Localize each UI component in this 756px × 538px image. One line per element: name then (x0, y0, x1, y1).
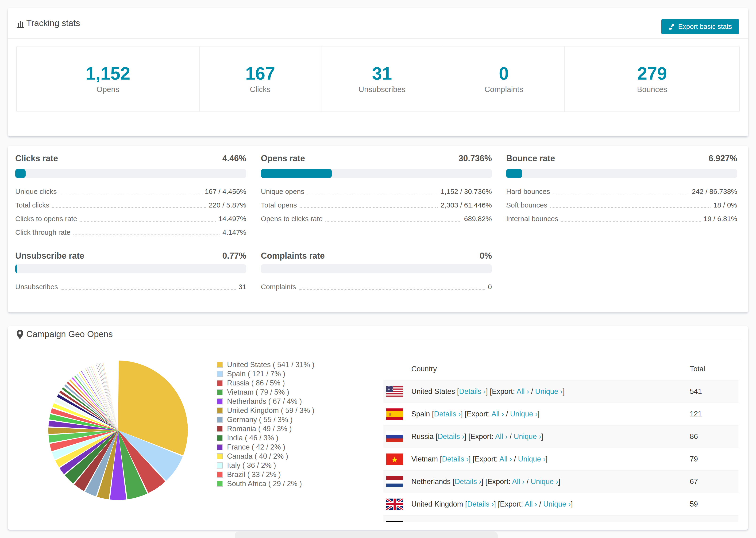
stat-label: Clicks (250, 85, 270, 94)
stat-value: 279 (637, 65, 667, 82)
details-link[interactable]: Details › (455, 477, 481, 486)
rate-row: Opens to clicks rate689.82% (261, 212, 492, 226)
rate-progress-bar (15, 169, 246, 178)
flag-icon-de (386, 521, 403, 522)
export-basic-stats-button[interactable]: Export basic stats (661, 19, 739, 34)
export-all-link[interactable]: All › (499, 455, 512, 463)
legend-item[interactable]: India ( 46 / 3% ) (217, 435, 314, 441)
legend-label: Vietnam ( 79 / 5% ) (227, 388, 289, 397)
rate-title: Complaints rate (261, 251, 325, 261)
geo-section-title: Campaign Geo Opens (26, 329, 113, 340)
export-label: Export: (500, 500, 523, 508)
rate-row-label: Unsubscribes (15, 283, 58, 291)
legend-item[interactable]: South Africa ( 29 / 2% ) (217, 481, 314, 487)
legend-item[interactable]: France ( 42 / 2% ) (217, 444, 314, 450)
legend-item[interactable]: Germany ( 55 / 3% ) (217, 417, 314, 423)
total-cell: 121 (690, 410, 702, 418)
export-unique-link[interactable]: Unique › (535, 387, 563, 396)
geo-opens-pie-chart[interactable] (48, 360, 189, 501)
export-unique-link[interactable]: Unique › (510, 410, 537, 418)
details-link[interactable]: Details › (459, 387, 486, 396)
rate-row-value: 0 (488, 283, 492, 291)
rate-value: 0% (480, 251, 492, 261)
legend-swatch (217, 362, 223, 368)
rate-row-label: Unique clicks (15, 188, 57, 195)
details-link[interactable]: Details › (467, 500, 494, 508)
export-unique-link[interactable]: Unique › (518, 455, 545, 463)
country-cell: Spain [Details ›] [Export: All › / Uniqu… (411, 410, 540, 418)
bar-chart-icon (16, 20, 25, 28)
dotted-leader (61, 289, 236, 290)
rate-heading: Bounce rate6.927% (506, 153, 737, 164)
rate-row-value: 14.497% (219, 215, 246, 223)
header-divider (8, 38, 748, 39)
export-label: Export: (475, 455, 498, 463)
legend-item[interactable]: United States ( 541 / 31% ) (217, 362, 314, 368)
legend-label: United Kingdom ( 59 / 3% ) (227, 406, 314, 415)
stat-label: Complaints (484, 85, 523, 94)
export-label: Export: (470, 432, 494, 441)
rate-row-value: 220 / 5.87% (209, 201, 246, 209)
geo-table-row-vn: Vietnam [Details ›] [Export: All › / Uni… (383, 448, 738, 471)
legend-item[interactable]: Canada ( 40 / 2% ) (217, 453, 314, 459)
legend-item[interactable]: Italy ( 36 / 2% ) (217, 462, 314, 468)
export-all-link[interactable]: All › (512, 477, 524, 486)
legend-item[interactable]: Russia ( 86 / 5% ) (217, 380, 314, 386)
rate-row-label: Soft bounces (506, 201, 547, 209)
export-all-link[interactable]: All › (516, 387, 529, 396)
legend-label: Germany ( 55 / 3% ) (227, 415, 293, 424)
export-button-label: Export basic stats (678, 23, 732, 30)
details-link[interactable]: Details › (434, 410, 461, 418)
geo-table-row-ru: Russia [Details ›] [Export: All › / Uniq… (383, 426, 738, 448)
legend-item[interactable]: Brazil ( 33 / 2% ) (217, 471, 314, 478)
rate-row-label: Total opens (261, 201, 297, 209)
total-cell: 541 (690, 387, 702, 396)
geo-table-row-es: Spain [Details ›] [Export: All › / Uniqu… (383, 403, 738, 426)
export-unique-link[interactable]: Unique › (514, 432, 541, 441)
rate-row-value: 1,152 / 30.736% (441, 188, 492, 195)
rate-row: Soft bounces18 / 0% (506, 198, 737, 212)
rate-row: Unique opens1,152 / 30.736% (261, 185, 492, 198)
legend-label: India ( 46 / 3% ) (227, 434, 279, 442)
dotted-leader (561, 221, 701, 222)
rate-row-label: Clicks to opens rate (15, 215, 77, 223)
rate-group-complaints-rate: Complaints rate0%Complaints0 (261, 251, 492, 294)
stat-cell-bounces: 279Bounces (565, 46, 739, 112)
stat-value: 31 (372, 65, 392, 82)
next-section-peek (235, 531, 498, 538)
legend-item[interactable]: Romania ( 49 / 3% ) (217, 426, 314, 432)
rate-title: Clicks rate (15, 153, 58, 164)
geo-table-row-us: United States [Details ›] [Export: All ›… (383, 381, 738, 403)
stat-value: 0 (499, 65, 509, 82)
legend-item[interactable]: Vietnam ( 79 / 5% ) (217, 389, 314, 395)
stat-cell-complaints: 0Complaints (443, 46, 565, 112)
export-all-link[interactable]: All › (495, 432, 508, 441)
export-all-link[interactable]: All › (524, 500, 537, 508)
rate-value: 30.736% (459, 153, 492, 164)
rate-row: Total opens2,303 / 61.446% (261, 198, 492, 212)
legend-item[interactable]: Spain ( 121 / 7% ) (217, 371, 314, 377)
legend-label: Canada ( 40 / 2% ) (227, 452, 288, 460)
export-unique-link[interactable]: Unique › (543, 500, 571, 508)
rate-row: Clicks to opens rate14.497% (15, 212, 246, 226)
rate-row: Hard bounces242 / 86.738% (506, 185, 737, 198)
campaign-geo-opens-card: Campaign Geo Opens United States ( 541 /… (8, 326, 748, 530)
dotted-leader (307, 194, 438, 194)
rate-row-value: 242 / 86.738% (692, 188, 737, 195)
stat-summary-box: 1,152Opens167Clicks31Unsubscribes0Compla… (16, 46, 740, 112)
legend-item[interactable]: United Kingdom ( 59 / 3% ) (217, 407, 314, 413)
page-title: Tracking stats (26, 18, 80, 28)
rate-heading: Clicks rate4.46% (15, 153, 246, 164)
export-unique-link[interactable]: Unique › (531, 477, 558, 486)
rate-row-value: 2,303 / 61.446% (441, 201, 492, 209)
rate-row: Click through rate4.147% (15, 226, 246, 239)
export-all-link[interactable]: All › (491, 410, 504, 418)
country-cell: Netherlands [Details ›] [Export: All › /… (411, 477, 560, 486)
details-link[interactable]: Details › (442, 455, 469, 463)
country-cell: Vietnam [Details ›] [Export: All › / Uni… (411, 455, 548, 463)
stat-label: Bounces (637, 85, 667, 94)
legend-swatch (217, 389, 223, 395)
rate-row: Total clicks220 / 5.87% (15, 198, 246, 212)
legend-item[interactable]: Netherlands ( 67 / 4% ) (217, 398, 314, 404)
details-link[interactable]: Details › (438, 432, 464, 441)
